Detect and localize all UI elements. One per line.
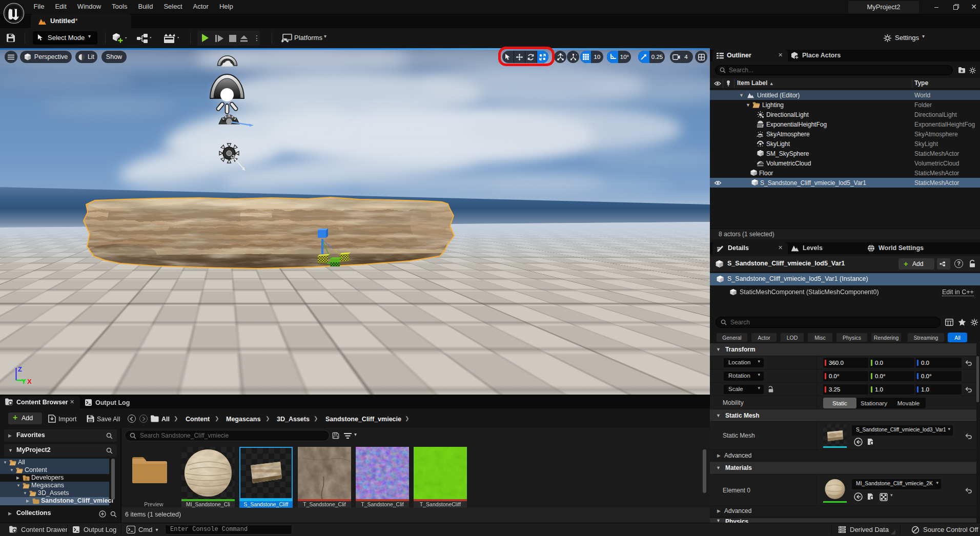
svg-text:Z: Z <box>18 365 22 373</box>
svg-text:-: - <box>19 377 22 383</box>
svg-text:X: X <box>27 378 32 385</box>
svg-text:Y: Y <box>22 378 26 385</box>
